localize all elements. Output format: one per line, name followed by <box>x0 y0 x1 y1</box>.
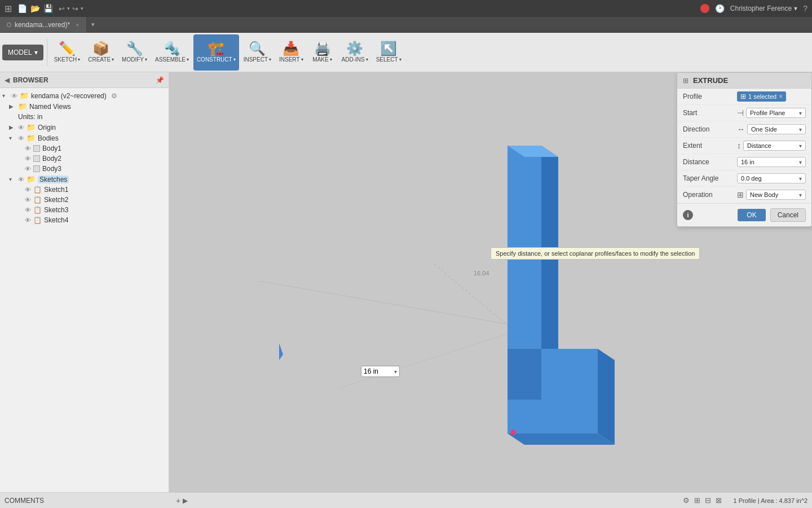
sidebar-item-origin[interactable]: ▶ 👁 📁 Origin <box>0 122 169 133</box>
bottom-settings-icon[interactable]: ⚙ <box>683 496 690 505</box>
create-group[interactable]: 📦 CREATE ▾ <box>85 34 117 71</box>
undo-icon[interactable]: ↩ <box>59 5 65 13</box>
sidebar-collapse-button[interactable]: ◀ <box>5 76 10 84</box>
viewport[interactable]: 16.04 Specify distance, or select <box>169 72 812 492</box>
sketches-label: Sketches <box>38 176 69 183</box>
add-comment-button[interactable]: + <box>176 496 180 505</box>
app-grid-icon[interactable]: ⊞ <box>5 3 12 14</box>
insert-group[interactable]: 📥 INSERT ▾ <box>276 34 307 71</box>
tab-bar: kendama...vered)* × ▾ <box>0 17 812 33</box>
distance-field-arrow: ▾ <box>799 159 802 165</box>
redo-icon[interactable]: ↪ <box>72 5 78 13</box>
select-label: SELECT ▾ <box>376 56 401 63</box>
sidebar-item-sketch1[interactable]: 👁 📋 Sketch1 <box>0 185 169 195</box>
distance-dropdown-arrow[interactable]: ▾ <box>394 369 397 375</box>
insert-icon: 📥 <box>283 42 299 55</box>
extent-label: Extent <box>683 142 734 150</box>
root-folder-icon: 📁 <box>20 91 29 100</box>
sidebar-item-units[interactable]: Units: in <box>0 112 169 122</box>
sketch4-icon: 📋 <box>33 216 42 224</box>
addins-label: ADD-INS ▾ <box>342 56 368 63</box>
make-group[interactable]: 🖨️ MAKE ▾ <box>308 34 337 71</box>
sidebar-item-body3[interactable]: 👁 Body3 <box>0 164 169 174</box>
bottom-bar: COMMENTS + ▶ ⚙ ⊞ ⊟ ⊠ 1 Profile | Area : … <box>0 492 812 508</box>
extent-value: ↕ Distance ▾ <box>737 141 806 151</box>
profile-clear-button[interactable]: × <box>779 93 783 100</box>
sketch3-icon: 📋 <box>33 206 42 214</box>
redo-arrow[interactable]: ▾ <box>81 6 83 11</box>
svg-text:16.04: 16.04 <box>474 270 489 277</box>
open-file-icon[interactable]: 📂 <box>30 4 40 13</box>
sketch-group[interactable]: ✏️ SKETCH ▾ <box>51 34 84 71</box>
extent-dropdown[interactable]: Distance ▾ <box>743 141 806 151</box>
bottom-sidebar-toggle[interactable]: ▶ <box>183 497 188 505</box>
sidebar-item-body1[interactable]: 👁 Body1 <box>0 143 169 154</box>
user-dropdown-arrow[interactable]: ▾ <box>794 5 797 12</box>
tree-root-item[interactable]: ▾ 👁 📁 kendama (v2~recovered) ⚙ <box>0 90 169 101</box>
addins-group[interactable]: ⚙️ ADD-INS ▾ <box>338 34 372 71</box>
info-button[interactable]: i <box>683 210 693 220</box>
model-button[interactable]: MODEL ▾ <box>2 45 43 60</box>
body3-label: Body3 <box>42 165 61 173</box>
distance-field-value: 16 in <box>741 159 754 165</box>
extrude-panel-title: EXTRUDE <box>693 76 806 85</box>
construct-group[interactable]: 🏗️ CONSTRUCT ▾ <box>193 34 239 71</box>
sidebar-item-bodies[interactable]: ▾ 👁 📁 Bodies <box>0 133 169 143</box>
sidebar-item-sketches[interactable]: ▾ 👁 📁 Sketches <box>0 174 169 185</box>
distance-field[interactable]: 16 in ▾ <box>737 157 806 167</box>
browser-sidebar: ◀ BROWSER 📌 ▾ 👁 📁 kendama (v2~recovered)… <box>0 72 169 492</box>
main-tab[interactable]: kendama...vered)* × <box>0 17 87 32</box>
origin-label: Origin <box>38 124 56 132</box>
tab-expand[interactable]: ▾ <box>87 17 99 32</box>
sidebar-item-body2[interactable]: 👁 Body2 <box>0 154 169 164</box>
viewport-distance-input[interactable]: ▾ <box>361 366 400 377</box>
user-name: Christopher Ference <box>730 5 792 12</box>
sketch1-label: Sketch1 <box>44 186 68 194</box>
distance-value-input[interactable] <box>364 367 392 375</box>
save-file-icon[interactable]: 💾 <box>43 4 53 13</box>
sidebar-item-sketch3[interactable]: 👁 📋 Sketch3 <box>0 205 169 215</box>
start-field-icon: ⊣ <box>737 108 744 117</box>
sketch2-eye-icon: 👁 <box>25 196 31 203</box>
sidebar-item-sketch4[interactable]: 👁 📋 Sketch4 <box>0 215 169 225</box>
svg-marker-10 <box>508 433 615 445</box>
sidebar-item-named-views[interactable]: ▶ 📁 Named Views <box>0 101 169 112</box>
inspect-group[interactable]: 🔍 INSPECT ▾ <box>240 34 275 71</box>
sidebar-item-sketch2[interactable]: 👁 📋 Sketch2 <box>0 195 169 205</box>
bottom-table-icon[interactable]: ⊟ <box>705 496 711 505</box>
root-expand-icon: ▾ <box>2 93 9 99</box>
origin-folder-icon: 📁 <box>27 123 36 132</box>
cancel-button[interactable]: Cancel <box>770 208 806 222</box>
bottom-grid-icon[interactable]: ⊞ <box>694 496 700 505</box>
panel-row-start: Start ⊣ Profile Plane ▾ <box>677 105 811 121</box>
start-dropdown[interactable]: Profile Plane ▾ <box>746 108 806 118</box>
assemble-icon: 🔩 <box>164 42 180 55</box>
profile-selected-badge[interactable]: ⊞ 1 selected × <box>737 91 786 102</box>
undo-arrow[interactable]: ▾ <box>67 6 70 11</box>
help-icon[interactable]: ? <box>803 4 807 13</box>
clock-icon[interactable]: 🕐 <box>715 4 725 13</box>
new-file-icon[interactable]: 📄 <box>17 4 27 13</box>
model-dropdown-arrow: ▾ <box>34 49 38 56</box>
select-group[interactable]: ↖️ SELECT ▾ <box>373 34 405 71</box>
tab-close-icon[interactable]: × <box>76 21 79 28</box>
root-settings-icon[interactable]: ⚙ <box>111 92 117 100</box>
sketches-eye-icon: 👁 <box>18 176 24 183</box>
start-field: ⊣ Profile Plane ▾ <box>737 108 806 118</box>
operation-label: Operation <box>683 191 734 199</box>
undo-redo: ↩ ▾ ↪ ▾ <box>59 5 83 13</box>
body2-label: Body2 <box>42 155 61 163</box>
modify-group[interactable]: 🔧 MODIFY ▾ <box>118 34 151 71</box>
sidebar-pin-button[interactable]: 📌 <box>156 76 164 84</box>
direction-dropdown[interactable]: One Side ▾ <box>747 124 806 134</box>
assemble-group[interactable]: 🔩 ASSEMBLE ▾ <box>152 34 192 71</box>
bottom-view-icon[interactable]: ⊠ <box>716 496 722 505</box>
browser-title: BROWSER <box>13 76 152 84</box>
operation-dropdown[interactable]: New Body ▾ <box>746 190 806 200</box>
body2-eye-icon: 👁 <box>25 155 31 162</box>
body1-eye-icon: 👁 <box>25 145 31 152</box>
taper-field[interactable]: 0.0 deg ▾ <box>737 173 806 183</box>
ok-button[interactable]: OK <box>738 209 765 221</box>
record-button[interactable] <box>700 4 709 13</box>
body1-label: Body1 <box>42 144 61 152</box>
